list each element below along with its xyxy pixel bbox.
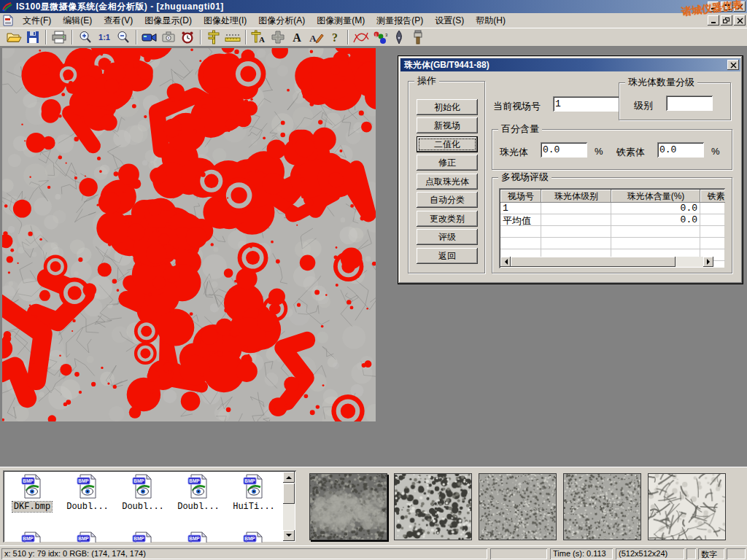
cell: 平均值 (500, 214, 541, 226)
maximize-button[interactable] (721, 1, 732, 12)
init-button[interactable]: 初始化 (417, 99, 478, 115)
caliper-button[interactable] (204, 29, 223, 46)
zoom-out-button[interactable] (114, 29, 133, 46)
close-button[interactable] (734, 1, 746, 12)
table-row[interactable]: 1 0.0 (500, 203, 725, 214)
file-name[interactable]: HuiTi... (231, 502, 276, 512)
annotate-icon: A (308, 30, 324, 44)
binarize-button[interactable]: 二值化 (417, 136, 478, 152)
sample-thumbnail-2[interactable] (394, 473, 472, 540)
col-ferrite-content[interactable]: 铁素体含量(%) (700, 190, 725, 203)
file-item[interactable]: BMP Doubl... (115, 474, 171, 512)
toolbar: 1:1 A A A ? 13 (0, 28, 747, 47)
dialog-close-button[interactable] (727, 60, 739, 70)
open-button[interactable] (4, 29, 23, 46)
file-item[interactable]: BMP (4, 532, 60, 542)
scroll-right-button[interactable] (703, 257, 713, 267)
col-field-no[interactable]: 视场号 (500, 190, 541, 203)
file-item[interactable]: BMP Doubl... (171, 474, 226, 512)
menu-edit[interactable]: 编辑(E) (57, 13, 98, 28)
brush-button[interactable] (409, 29, 427, 46)
svg-text:A: A (309, 33, 317, 44)
menu-image-analyze[interactable]: 图像分析(A) (252, 13, 311, 28)
dialog-title-bar[interactable]: 珠光体(GB/T9441-88) (400, 58, 740, 71)
actual-size-button[interactable]: 1:1 (95, 29, 114, 46)
auto-classify-button[interactable]: 自动分类 (417, 192, 478, 208)
cell: 0.0 (611, 214, 700, 226)
timer-button[interactable] (178, 29, 197, 46)
metallograph-image[interactable] (2, 48, 376, 421)
file-item[interactable]: BMP DKF.bmp (4, 474, 60, 512)
pearlite-dialog: 珠光体(GB/T9441-88) 操作 初始化 新视场 二值化 修正 点取珠光体… (398, 55, 743, 284)
zoom-in-button[interactable] (76, 29, 95, 46)
menu-help[interactable]: 帮助(H) (470, 13, 511, 28)
menu-image-display[interactable]: 图像显示(D) (139, 13, 198, 28)
scrollbar-track[interactable] (676, 257, 703, 267)
rate-button[interactable]: 评级 (417, 229, 478, 245)
return-button[interactable]: 返回 (417, 248, 478, 264)
cell (541, 203, 611, 214)
document-icon (2, 15, 14, 26)
file-name[interactable]: DKF.bmp (12, 502, 52, 512)
scroll-up-button[interactable] (283, 472, 295, 483)
grid-cross-button[interactable] (268, 29, 287, 46)
menu-report[interactable]: 测量报告(P) (371, 13, 429, 28)
measure-label-button[interactable]: A (249, 29, 268, 46)
menu-image-process[interactable]: 图像处理(I) (198, 13, 252, 28)
menu-settings[interactable]: 设置(S) (429, 13, 470, 28)
print-button[interactable] (50, 29, 69, 46)
scroll-left-button[interactable] (500, 257, 511, 267)
file-item[interactable]: BMP Doubl... (60, 474, 115, 512)
col-pearlite-content[interactable]: 珠光体含量(%) (611, 190, 700, 203)
help-button[interactable]: ? (325, 29, 344, 46)
child-close-button[interactable] (734, 15, 746, 26)
level-input[interactable] (666, 96, 713, 111)
table-row[interactable]: 平均值 0.0 (500, 214, 725, 226)
new-field-button[interactable]: 新视场 (417, 117, 478, 133)
scrollbar-thumb[interactable] (283, 483, 295, 504)
file-name[interactable]: Doubl... (65, 502, 110, 512)
change-class-button[interactable]: 更改类别 (417, 211, 478, 227)
child-restore-button[interactable] (721, 15, 732, 26)
menu-file[interactable]: 文件(F) (17, 13, 57, 28)
annotate-button[interactable]: A (306, 29, 325, 46)
ferrite-percent-input[interactable] (657, 142, 704, 158)
sample-thumbnail-5[interactable] (648, 473, 726, 540)
file-item[interactable]: BMP HuiTi... (226, 474, 282, 512)
bmp-file-icon: BMP (77, 532, 98, 542)
current-field-input[interactable] (553, 96, 620, 112)
child-minimize-button[interactable] (708, 15, 719, 26)
pen-button[interactable] (390, 29, 409, 46)
minimize-button[interactable] (708, 1, 719, 12)
video-capture-button[interactable] (140, 29, 159, 46)
pick-pearlite-button[interactable]: 点取珠光体 (417, 174, 478, 190)
curve-button[interactable] (352, 29, 371, 46)
correct-button[interactable]: 修正 (417, 155, 478, 171)
file-name[interactable]: Doubl... (176, 502, 221, 512)
sample-thumbnail-3[interactable] (479, 473, 557, 540)
scroll-down-button[interactable] (283, 530, 295, 541)
menu-view[interactable]: 查看(V) (98, 13, 139, 28)
classify-button[interactable]: 13 (371, 29, 390, 46)
sample-thumbnail-1[interactable] (309, 473, 387, 540)
grading-group: 珠光体数量分级 级别 (619, 82, 731, 120)
file-item[interactable]: BMP (60, 532, 115, 542)
file-item[interactable]: BMP (226, 532, 282, 542)
save-button[interactable] (23, 29, 42, 46)
menu-image-measure[interactable]: 图像测量(M) (311, 13, 371, 28)
file-browser-panel: BMP DKF.bmp BMP Doubl... BMP Doubl... BM… (0, 467, 747, 545)
ruler-button[interactable] (223, 29, 242, 46)
file-item[interactable]: BMP (171, 532, 226, 542)
pearlite-percent-input[interactable] (541, 142, 587, 158)
table-horizontal-scrollbar[interactable] (500, 257, 713, 267)
col-pearlite-level[interactable]: 珠光体级别 (541, 190, 611, 203)
sample-thumbnail-4[interactable] (563, 473, 641, 540)
file-name[interactable]: Doubl... (120, 502, 166, 512)
file-item[interactable]: BMP (115, 532, 171, 542)
ferrite-label: 铁素体 (616, 146, 645, 159)
file-list-scrollbar[interactable] (283, 472, 295, 541)
text-button[interactable]: A (287, 29, 306, 46)
camera-button[interactable] (159, 29, 178, 46)
scrollbar-thumb[interactable] (511, 257, 676, 267)
bmp-file-icon: BMP (132, 474, 154, 499)
